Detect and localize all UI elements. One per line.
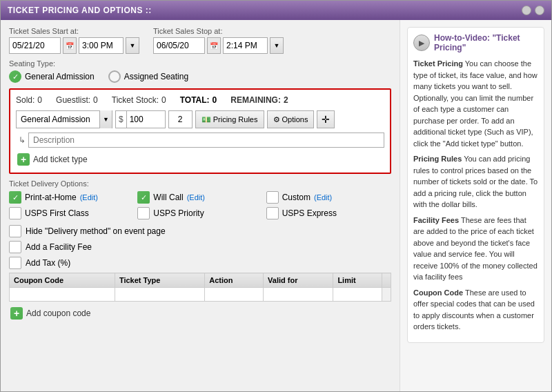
start-date-label: Ticket Sales Start at:	[9, 27, 139, 35]
window-controls	[522, 6, 544, 15]
coupon-empty-row	[10, 288, 391, 302]
facility-fees-text: These are fees that are added to the pri…	[413, 216, 538, 282]
remaining-stat: REMAINING: 2	[230, 95, 288, 105]
facility-fees-title: Facility Fees	[413, 216, 459, 224]
print-at-home-check[interactable]: ✓	[9, 191, 21, 204]
seating-options: ✓ General Admission Assigned Seating	[9, 70, 391, 83]
dates-row: Ticket Sales Start at: 📅 ▼ Ticket Sales …	[9, 27, 391, 54]
help-box: ▶ How-to-Video: "Ticket Pricing" Ticket …	[407, 27, 544, 343]
price-input[interactable]	[127, 111, 165, 128]
seating-label: Seating Type:	[9, 59, 391, 68]
total-stat: TOTAL: 0	[180, 95, 217, 105]
will-call-edit[interactable]: (Edit)	[187, 193, 205, 202]
guestlist-value: 0	[93, 95, 98, 105]
print-at-home-item: ✓ Print-at-Home (Edit)	[9, 191, 134, 204]
window-btn-1[interactable]	[522, 6, 531, 15]
general-admission-option[interactable]: ✓ General Admission	[9, 70, 95, 83]
pricing-rules-btn[interactable]: 💵 Pricing Rules	[195, 110, 264, 128]
guestlist-label: Guestlist:	[56, 95, 90, 105]
stop-cal-btn[interactable]: 📅	[207, 37, 221, 54]
remaining-value: 2	[284, 95, 288, 105]
coupon-table: Coupon Code Ticket Type Action Valid for…	[9, 273, 391, 302]
col-action: Action	[205, 273, 264, 288]
will-call-item: ✓ Will Call (Edit)	[137, 191, 262, 204]
stop-date-group: Ticket Sales Stop at: 📅 ▼	[153, 27, 284, 54]
delivery-grid: ✓ Print-at-Home (Edit) ✓ Will Call (Edit…	[9, 191, 391, 219]
ticket-pricing-title: Ticket Pricing	[413, 59, 463, 68]
add-coupon-icon: +	[10, 307, 23, 320]
stop-time-arrow[interactable]: ▼	[270, 37, 284, 54]
sold-label: Sold:	[16, 95, 34, 105]
custom-check[interactable]	[266, 191, 279, 204]
options-btn[interactable]: ⚙ Options	[267, 110, 315, 128]
start-time-input[interactable]	[79, 37, 124, 54]
main-content: Ticket Sales Start at: 📅 ▼ Ticket Sales …	[1, 20, 551, 391]
assigned-seating-radio	[108, 70, 121, 83]
window-title: TICKET PRICING AND OPTIONS ::	[8, 6, 152, 15]
ticket-type-arrow[interactable]: ▼	[99, 110, 112, 128]
window-btn-2[interactable]	[535, 6, 544, 15]
sold-stat: Sold: 0	[16, 95, 42, 105]
hide-delivery-row: Hide "Delivery method" on event page	[9, 225, 391, 237]
stock-value: 0	[161, 95, 166, 105]
video-title: How-to-Video: "Ticket Pricing"	[434, 33, 538, 52]
hide-delivery-check[interactable]	[9, 225, 21, 237]
add-ticket-label: Add ticket type	[33, 155, 88, 164]
stock-label: Ticket Stock:	[112, 95, 159, 105]
play-btn[interactable]: ▶	[413, 35, 430, 51]
start-date-inputs: 📅 ▼	[9, 37, 139, 54]
usps-priority-label: USPS Priority	[153, 208, 204, 218]
options-icon: ⚙	[273, 115, 280, 124]
main-window: TICKET PRICING AND OPTIONS :: Ticket Sal…	[0, 0, 552, 392]
start-time-arrow[interactable]: ▼	[126, 37, 139, 54]
print-at-home-label: Print-at-Home	[25, 193, 77, 202]
print-at-home-edit[interactable]: (Edit)	[80, 193, 98, 202]
move-btn[interactable]: ✛	[317, 110, 335, 128]
delivery-title: Ticket Delivery Options:	[9, 179, 391, 188]
start-date-group: Ticket Sales Start at: 📅 ▼	[9, 27, 139, 54]
pricing-rules-title: Pricing Rules	[413, 155, 462, 163]
custom-edit[interactable]: (Edit)	[314, 193, 332, 202]
scroll-col	[382, 273, 391, 288]
pricing-rules-icon: 💵	[201, 115, 211, 124]
add-tax-row: Add Tax (%)	[9, 257, 391, 269]
remaining-label: REMAINING:	[230, 95, 281, 105]
ticket-input-row: General Admission ▼ $ 💵 Pricing Rules ⚙	[16, 110, 384, 128]
add-coupon-btn[interactable]: + Add coupon code	[9, 306, 92, 321]
quantity-input[interactable]	[168, 110, 193, 128]
usps-first-label: USPS First Class	[25, 208, 89, 218]
usps-priority-check[interactable]	[137, 207, 150, 219]
price-group: $	[115, 110, 166, 128]
add-facility-label: Add a Facility Fee	[26, 242, 92, 252]
usps-express-check[interactable]	[266, 207, 279, 219]
ticket-type-value: General Admission	[17, 115, 99, 124]
pricing-rules-label: Pricing Rules	[213, 115, 258, 124]
assigned-seating-option[interactable]: Assigned Seating	[108, 70, 188, 83]
stop-date-input[interactable]	[153, 37, 205, 54]
help-text: Ticket Pricing You can choose the type o…	[413, 58, 538, 333]
add-coupon-label: Add coupon code	[26, 308, 90, 318]
stop-time-input[interactable]	[223, 37, 268, 54]
ticket-pricing-text: You can choose the type of ticket, its f…	[413, 59, 538, 148]
will-call-check[interactable]: ✓	[137, 191, 150, 204]
add-facility-check[interactable]	[9, 241, 21, 253]
ticket-type-select[interactable]: General Admission ▼	[16, 110, 112, 128]
start-date-input[interactable]	[9, 37, 61, 54]
add-tax-check[interactable]	[9, 257, 21, 269]
description-icon: ↳	[19, 135, 26, 145]
stop-date-label: Ticket Sales Stop at:	[153, 27, 284, 35]
usps-first-item: USPS First Class	[9, 207, 134, 219]
delivery-section: Ticket Delivery Options: ✓ Print-at-Home…	[9, 179, 391, 219]
usps-express-label: USPS Express	[282, 208, 337, 218]
guestlist-stat: Guestlist: 0	[56, 95, 98, 105]
add-tax-label: Add Tax (%)	[26, 258, 70, 268]
usps-first-check[interactable]	[9, 207, 21, 219]
seating-type-section: Seating Type: ✓ General Admission Assign…	[9, 59, 391, 83]
start-cal-btn[interactable]: 📅	[63, 37, 77, 54]
description-input[interactable]	[28, 133, 384, 148]
add-ticket-btn[interactable]: + Add ticket type	[16, 152, 89, 167]
assigned-seating-label: Assigned Seating	[124, 72, 188, 81]
will-call-label: Will Call	[153, 193, 183, 202]
total-label: TOTAL:	[180, 95, 210, 105]
custom-label: Custom	[282, 193, 310, 202]
